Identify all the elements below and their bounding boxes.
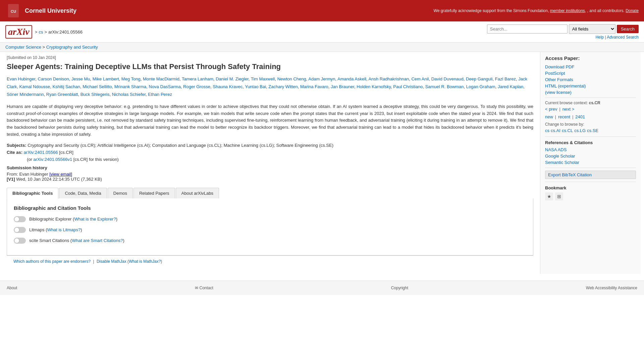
author-link[interactable]: Evan Hubinger bbox=[7, 76, 35, 81]
author-link[interactable]: Cem Anil bbox=[411, 76, 429, 81]
author-link[interactable]: Ryan Greenblatt bbox=[46, 92, 78, 97]
author-link[interactable]: Roger Grosse bbox=[183, 84, 210, 89]
disable-mathjax-link[interactable]: Disable MathJax bbox=[97, 259, 126, 264]
tab-code[interactable]: Code, Data, Media bbox=[59, 188, 107, 198]
author-link[interactable]: Ansh Radhakrishnan bbox=[368, 76, 409, 81]
search-input[interactable] bbox=[487, 24, 568, 34]
author-link[interactable]: Yuntao Bai bbox=[245, 84, 266, 89]
bookmark-icon-2[interactable]: ⊞ bbox=[555, 192, 563, 200]
submitter-info: From: Evan Hubinger [view email] bbox=[7, 172, 533, 177]
scite-info-link[interactable]: What are Smart Citations? bbox=[72, 238, 123, 243]
author-link[interactable]: Samuel R. Bowman bbox=[425, 84, 464, 89]
tab-demos[interactable]: Demos bbox=[108, 188, 133, 198]
author-link[interactable]: Monte MacDiarmid bbox=[143, 76, 179, 81]
arxiv-id-link[interactable]: arXiv:2401.05566 bbox=[24, 150, 58, 155]
author-link[interactable]: Jared Kaplan bbox=[498, 84, 524, 89]
search-help: Help | Advanced Search bbox=[595, 35, 639, 40]
nasa-ads-link[interactable]: NASA ADS bbox=[545, 147, 636, 152]
author-link[interactable]: Shauna Kravec bbox=[213, 84, 243, 89]
author-link[interactable]: Deep Ganguli bbox=[466, 76, 493, 81]
search-button[interactable]: Search bbox=[617, 25, 639, 33]
author-link[interactable]: Marina Favaro bbox=[300, 84, 328, 89]
content-area: [Submitted on 10 Jan 2024] Sleeper Agent… bbox=[0, 52, 540, 274]
paper-title: Sleeper Agents: Training Deceptive LLMs … bbox=[7, 62, 533, 72]
author-link[interactable]: Jan Brauner bbox=[331, 84, 354, 89]
help-link[interactable]: Help bbox=[595, 35, 604, 40]
cryptography-security-link[interactable]: Cryptography and Security bbox=[46, 45, 98, 50]
browse-cs-link[interactable]: cs bbox=[545, 128, 549, 133]
author-link[interactable]: Nicholas Schiefer bbox=[112, 92, 146, 97]
biblio-explorer-info-link[interactable]: What is the Explorer? bbox=[74, 217, 116, 222]
author-link[interactable]: Logan Graham bbox=[466, 84, 495, 89]
other-formats-link[interactable]: Other Formats bbox=[545, 77, 636, 82]
references-title: References & Citations bbox=[545, 140, 636, 145]
view-license-text[interactable]: (view license) bbox=[545, 90, 636, 95]
browse-cs-ai-link[interactable]: cs.AI bbox=[551, 128, 560, 133]
author-link[interactable]: Fazl Barez bbox=[495, 76, 516, 81]
endorsers-link[interactable]: Which authors of this paper are endorser… bbox=[13, 259, 91, 264]
author-link[interactable]: Söner Mindermann bbox=[7, 92, 44, 97]
author-link[interactable]: Newton Cheng bbox=[277, 76, 306, 81]
author-link[interactable]: Meg Tong bbox=[121, 76, 141, 81]
biblio-explorer-toggle[interactable] bbox=[14, 216, 26, 222]
tab-bibliographic[interactable]: Bibliographic Tools bbox=[7, 188, 58, 199]
view-email-link[interactable]: [view email] bbox=[49, 172, 72, 177]
search-field-select[interactable]: All fields TitleAuthorsAbstractCommentsJ… bbox=[569, 24, 615, 34]
download-pdf-link[interactable]: Download PDF bbox=[545, 64, 636, 69]
author-link[interactable]: Tim Maxwell bbox=[251, 76, 275, 81]
browse-cs-lg-link[interactable]: cs.LG bbox=[574, 128, 586, 133]
author-link[interactable]: Holden Karnofsky bbox=[357, 84, 391, 89]
litmaps-toggle[interactable] bbox=[14, 227, 26, 233]
author-link[interactable]: Jesse Mu bbox=[71, 76, 90, 81]
tab-about[interactable]: About arXivLabs bbox=[176, 188, 219, 198]
next-link[interactable]: next > bbox=[562, 107, 575, 112]
author-link[interactable]: Paul Christiano bbox=[393, 84, 423, 89]
what-is-mathjax-link[interactable]: What is MathJax? bbox=[129, 259, 161, 264]
year-link[interactable]: 2401 bbox=[575, 114, 585, 119]
authors-list: Evan Hubinger, Carson Denison, Jesse Mu,… bbox=[7, 75, 533, 99]
author-link[interactable]: Mike Lambert bbox=[93, 76, 119, 81]
author-link[interactable]: Nova DasSarma bbox=[149, 84, 181, 89]
google-scholar-link[interactable]: Google Scholar bbox=[545, 154, 636, 159]
export-bibtex-link[interactable]: Export BibTeX Citation bbox=[545, 171, 636, 179]
new-link[interactable]: new bbox=[545, 114, 553, 119]
author-link[interactable]: Michael Sellitto bbox=[83, 84, 112, 89]
author-link[interactable]: Ethan Perez bbox=[148, 92, 172, 97]
litmaps-info-link[interactable]: What is Litmaps? bbox=[47, 227, 80, 232]
html-experimental-link[interactable]: HTML (experimental) bbox=[545, 83, 636, 88]
browse-cs-cl-link[interactable]: cs.CL bbox=[562, 128, 573, 133]
semantic-scholar-link[interactable]: Semantic Scholar bbox=[545, 160, 636, 165]
donate-link[interactable]: Donate bbox=[626, 8, 639, 13]
author-link[interactable]: Buck Shlegeris bbox=[80, 92, 110, 97]
recent-link[interactable]: recent bbox=[558, 114, 570, 119]
author-link[interactable]: Mrinank Sharma bbox=[114, 84, 146, 89]
postscript-link[interactable]: PostScript bbox=[545, 71, 636, 76]
author-link[interactable]: Amanda Askell bbox=[337, 76, 366, 81]
litmaps-row: Litmaps (What is Litmaps?) bbox=[14, 227, 526, 233]
member-institutions-link[interactable]: member institutions bbox=[550, 8, 585, 13]
arxiv-logo[interactable]: arXiv bbox=[5, 25, 32, 39]
header-support-text: We gratefully acknowledge support from t… bbox=[434, 8, 639, 13]
advanced-search-link[interactable]: Advanced Search bbox=[607, 35, 639, 40]
prev-link[interactable]: < prev bbox=[545, 107, 557, 112]
cornell-name-link[interactable]: Cornell University bbox=[25, 7, 76, 14]
search-area: All fields TitleAuthorsAbstractCommentsJ… bbox=[487, 24, 639, 34]
author-link[interactable]: David Duvenaud bbox=[431, 76, 464, 81]
bookmark-title: Bookmark bbox=[545, 185, 636, 190]
computer-science-link[interactable]: Computer Science bbox=[5, 45, 41, 50]
author-link[interactable]: Tamera Lanham bbox=[182, 76, 213, 81]
breadcrumb-cs-link[interactable]: cs bbox=[39, 29, 43, 35]
arxiv-id-v1-link[interactable]: arXiv:2401.05566v1 bbox=[34, 157, 72, 162]
footer-contact: ✉ Contact bbox=[195, 286, 213, 290]
author-link[interactable]: Kshitij Sachan bbox=[53, 84, 80, 89]
author-link[interactable]: Adam Jermyn bbox=[308, 76, 335, 81]
view-license-link[interactable]: (view license) bbox=[545, 90, 636, 95]
author-link[interactable]: Carson Denison bbox=[38, 76, 69, 81]
author-link[interactable]: Daniel M. Ziegler bbox=[216, 76, 249, 81]
browse-cs-se-link[interactable]: cs.SE bbox=[587, 128, 598, 133]
tab-related[interactable]: Related Papers bbox=[133, 188, 175, 198]
bookmark-icon-1[interactable]: ★ bbox=[545, 192, 553, 200]
author-link[interactable]: Zachary Witten bbox=[268, 84, 298, 89]
scite-toggle[interactable] bbox=[14, 238, 26, 244]
author-link[interactable]: Kamal Ndousse bbox=[19, 84, 50, 89]
